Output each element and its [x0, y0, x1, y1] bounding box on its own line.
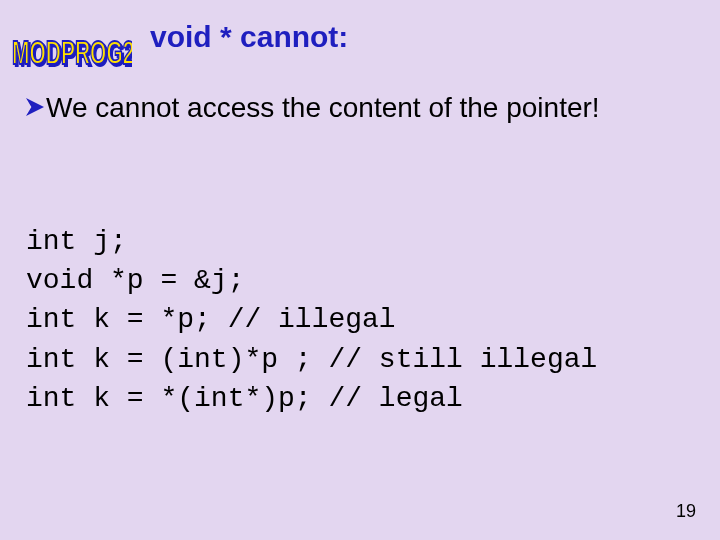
slide-title: void * cannot: — [150, 20, 348, 54]
page-number: 19 — [676, 501, 696, 522]
slide-body: We cannot access the content of the poin… — [26, 90, 694, 125]
svg-text:MODPROG2: MODPROG2 — [12, 34, 132, 68]
logo-modprog2: MODPROG2 — [12, 16, 132, 68]
bullet-text: We cannot access the content of the poin… — [46, 90, 600, 125]
bullet-item: We cannot access the content of the poin… — [26, 90, 694, 125]
code-block: int j; void *p = &j; int k = *p; // ille… — [26, 222, 694, 418]
bullet-icon — [26, 98, 44, 116]
slide: MODPROG2 void * cannot: We cannot access… — [0, 0, 720, 540]
